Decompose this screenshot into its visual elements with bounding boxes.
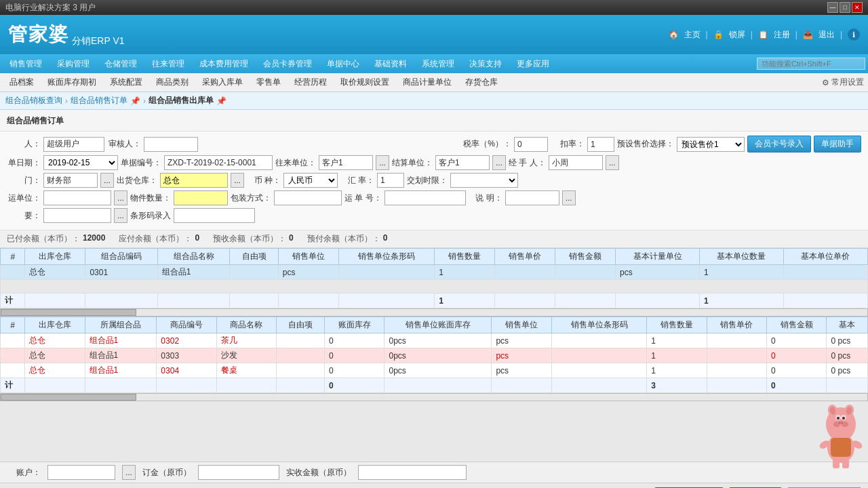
bottom-scrollbar-thumb[interactable] — [1, 394, 136, 401]
header-bar: 管家婆 分销ERP V1 🏠 主页 | 🔒 锁屏 | 📋 注册 | 📤 退出 |… — [0, 15, 868, 54]
top-table-scrollbar[interactable] — [0, 308, 868, 317]
dept-input[interactable] — [43, 173, 98, 188]
home-icon[interactable]: 🏠 — [669, 30, 679, 39]
bottom-table-scrollbar[interactable] — [0, 393, 868, 401]
top-scrollbar-thumb[interactable] — [1, 309, 136, 316]
discount-input[interactable] — [587, 137, 614, 152]
nav-docs[interactable]: 单据中心 — [320, 56, 366, 72]
note-btn[interactable]: … — [562, 190, 576, 205]
tb-product-category[interactable]: 商品类别 — [151, 75, 194, 89]
account-btn[interactable]: … — [122, 465, 136, 480]
table-row[interactable]: 总仓 0301 组合品1 pcs 1 pcs 1 — [1, 265, 868, 280]
assist-button[interactable]: 单据助手 — [814, 136, 861, 152]
svg-point-10 — [842, 422, 844, 424]
extra-value: 0 — [383, 233, 388, 245]
receivable-value: 0 — [195, 233, 199, 245]
to-unit-input[interactable] — [319, 155, 373, 170]
bottom-table: # 出库仓库 所属组合品 商品编号 商品名称 自由项 账面库存 销售单位账面库存… — [0, 317, 868, 393]
nav-contacts[interactable]: 往来管理 — [145, 56, 191, 72]
svg-rect-16 — [842, 458, 849, 468]
nav-more[interactable]: 更多应用 — [510, 56, 556, 72]
form-row-3: 门： … 出货仓库： … 币 种： 人民币 汇 率： 交划时限： — [7, 173, 861, 188]
breadcrumb-sales-order[interactable]: 组合品销售订单 — [71, 95, 127, 106]
note-input[interactable] — [505, 190, 559, 205]
person-input[interactable] — [43, 137, 104, 152]
table-row[interactable]: 总仓 组合品1 0303 沙发 0 0pcs pcs 1 0 0 pcs — [1, 348, 868, 363]
required-btn[interactable]: … — [114, 208, 127, 223]
tb-account-init[interactable]: 账面库存期初 — [42, 75, 102, 89]
to-unit-btn[interactable]: … — [376, 155, 389, 170]
membercard-button[interactable]: 会员卡号录入 — [747, 136, 811, 152]
packing-input[interactable] — [274, 190, 342, 205]
settle-btn[interactable]: … — [492, 155, 506, 170]
total-row-bottom: 计 0 3 0 — [1, 378, 868, 393]
waybill-input[interactable] — [384, 190, 466, 205]
preset-select[interactable]: 预设售价1 — [677, 137, 745, 152]
person2-btn[interactable]: … — [606, 155, 619, 170]
settle-label: 结算单位： — [392, 157, 433, 169]
parts-count-input[interactable] — [174, 190, 228, 205]
nav-system[interactable]: 系统管理 — [415, 56, 461, 72]
table-row[interactable]: 总仓 组合品1 0302 茶几 0 0pcs pcs 1 0 0 pcs — [1, 333, 868, 348]
nav-member[interactable]: 会员卡券管理 — [256, 56, 319, 72]
person2-input[interactable] — [549, 155, 603, 170]
gear-icon: ⚙ — [822, 78, 829, 87]
actual-input[interactable] — [358, 465, 467, 480]
nav-search-input[interactable] — [757, 58, 865, 70]
register-label[interactable]: 注册 — [774, 29, 790, 41]
close-button[interactable]: ✕ — [852, 2, 863, 13]
auditor-input[interactable] — [144, 137, 198, 152]
date-select[interactable]: 2019-02-15 — [43, 155, 118, 170]
tables-area: # 出库仓库 组合品编码 组合品名称 自由项 销售单位 销售单位条形码 销售数量… — [0, 248, 868, 462]
tb-price-rule[interactable]: 取价规则设置 — [335, 75, 395, 89]
nav-warehouse[interactable]: 仓储管理 — [98, 56, 144, 72]
nav-cost[interactable]: 成本费用管理 — [193, 56, 255, 72]
home-label[interactable]: 主页 — [684, 29, 701, 41]
rate-input[interactable] — [377, 173, 404, 188]
tb-purchase-in[interactable]: 采购入库单 — [197, 75, 248, 89]
warehouse-label: 出货仓库： — [117, 175, 157, 186]
settle-input[interactable] — [435, 155, 490, 170]
account-input[interactable] — [47, 465, 115, 480]
maximize-button[interactable]: □ — [840, 2, 850, 13]
form-row-1: 人： 审核人： 税率（%）： 扣率： 预设售价选择： 预设售价1 会员卡号录入 … — [7, 136, 861, 152]
dept-btn[interactable]: … — [100, 173, 114, 188]
tb-uom[interactable]: 商品计量单位 — [397, 75, 457, 89]
exchange-select[interactable] — [450, 173, 518, 188]
top-table: # 出库仓库 组合品编码 组合品名称 自由项 销售单位 销售单位条形码 销售数量… — [0, 248, 868, 308]
table-row[interactable]: 总仓 组合品1 0304 餐桌 0 0pcs pcs 1 0 0 pcs — [1, 363, 868, 378]
th-combo-name: 组合品名称 — [157, 249, 229, 265]
summary-extra: 预付余额（本币）： 0 — [307, 233, 388, 245]
tb-sys-config[interactable]: 系统配置 — [104, 75, 148, 89]
barcode-input[interactable] — [174, 208, 255, 223]
warehouse-input[interactable] — [160, 173, 228, 188]
barcode-label: 条形码录入 — [130, 210, 171, 222]
ship-unit-input[interactable] — [43, 190, 111, 205]
logo-text: 管家婆 — [8, 22, 69, 47]
minimize-button[interactable]: — — [827, 2, 838, 13]
logout-label[interactable]: 退出 — [818, 29, 835, 41]
common-settings[interactable]: ⚙ 常用设置 — [822, 77, 864, 88]
required-input[interactable] — [43, 208, 111, 223]
nav-decision[interactable]: 决策支持 — [462, 56, 509, 72]
tb-history[interactable]: 经营历程 — [289, 75, 332, 89]
info-icon[interactable]: ℹ — [848, 28, 860, 41]
th-base-price: 基本单位单价 — [783, 249, 867, 265]
breadcrumb-query[interactable]: 组合品销板查询 — [5, 95, 62, 106]
tb-retail[interactable]: 零售单 — [251, 75, 286, 89]
nav-basic[interactable]: 基础资料 — [368, 56, 414, 72]
warehouse-btn[interactable]: … — [231, 173, 244, 188]
order-no-input[interactable] — [164, 155, 273, 170]
th-base-unit: 基本计量单位 — [616, 249, 700, 265]
ship-unit-btn[interactable]: … — [114, 190, 127, 205]
order-input[interactable] — [198, 465, 279, 480]
th-base-qty: 基本单位数量 — [699, 249, 783, 265]
tb-warehouse[interactable]: 存货仓库 — [460, 75, 503, 89]
th-warehouse: 出库仓库 — [25, 249, 85, 265]
nav-purchase[interactable]: 采购管理 — [50, 56, 96, 72]
lock-label[interactable]: 锁屏 — [729, 29, 745, 41]
tb-product-file[interactable]: 品档案 — [4, 75, 39, 89]
currency-select[interactable]: 人民币 — [283, 173, 338, 188]
tax-input[interactable] — [514, 137, 548, 152]
nav-sales[interactable]: 销售管理 — [3, 56, 49, 72]
